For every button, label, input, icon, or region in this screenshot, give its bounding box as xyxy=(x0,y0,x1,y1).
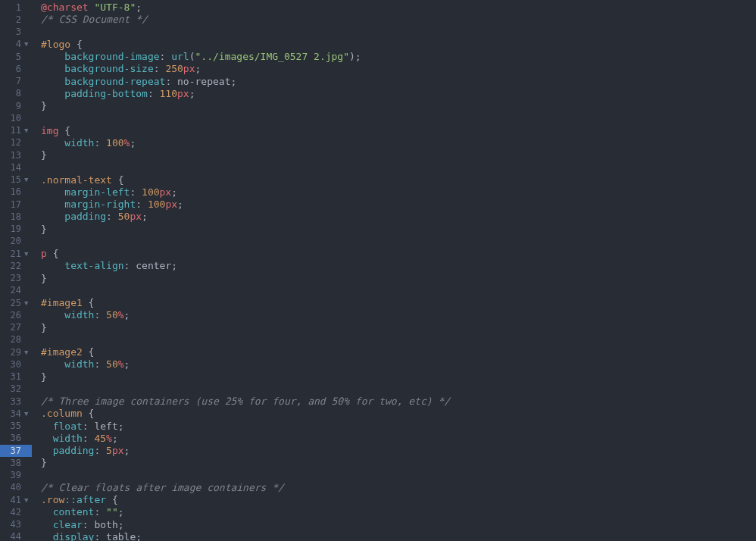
code-line[interactable]: } xyxy=(41,273,756,285)
code-line[interactable]: #image2 { xyxy=(41,346,756,358)
code-line[interactable]: p { xyxy=(41,248,756,260)
code-line[interactable]: } xyxy=(41,322,756,334)
gutter-line[interactable]: 5 xyxy=(0,51,32,63)
gutter-line[interactable]: 42 xyxy=(0,506,32,518)
fold-marker-icon[interactable]: ▼ xyxy=(24,176,30,184)
gutter-line[interactable]: 12 xyxy=(0,137,32,149)
gutter-line[interactable]: 16 xyxy=(0,186,32,199)
code-line[interactable]: .normal-text { xyxy=(41,174,756,186)
gutter-line[interactable]: 32 xyxy=(0,383,32,396)
gutter-line[interactable]: 43 xyxy=(0,519,32,531)
code-line[interactable]: background-size: 250px; xyxy=(41,63,756,75)
gutter-line[interactable]: 27 xyxy=(0,322,32,334)
code-line[interactable] xyxy=(41,236,756,248)
gutter-line[interactable]: 2 xyxy=(0,14,32,26)
code-line[interactable]: text-align: center; xyxy=(41,260,756,272)
gutter-line[interactable]: 29▼ xyxy=(0,346,32,358)
gutter-line[interactable]: 25▼ xyxy=(0,297,32,309)
gutter-line[interactable]: 18 xyxy=(0,211,32,223)
code-line[interactable] xyxy=(41,285,756,297)
gutter-line[interactable]: 4▼ xyxy=(0,39,32,51)
gutter-line[interactable]: 24 xyxy=(0,285,32,297)
code-line[interactable]: } xyxy=(41,457,756,469)
gutter-line[interactable]: 23 xyxy=(0,273,32,285)
code-line[interactable]: @charset "UTF-8"; xyxy=(41,2,756,14)
code-line[interactable]: margin-right: 100px; xyxy=(41,199,756,211)
gutter-line[interactable]: 40 xyxy=(0,482,32,494)
fold-marker-icon[interactable]: ▼ xyxy=(24,410,30,418)
gutter-line[interactable]: 44 xyxy=(0,531,32,541)
gutter-line[interactable]: 13 xyxy=(0,149,32,161)
code-line[interactable]: float: left; xyxy=(41,421,756,433)
gutter-line[interactable]: 35 xyxy=(0,421,32,433)
fold-marker-icon[interactable]: ▼ xyxy=(24,40,30,48)
code-line[interactable]: padding: 50px; xyxy=(41,211,756,223)
gutter-line[interactable]: 17 xyxy=(0,199,32,211)
code-line[interactable]: } xyxy=(41,224,756,236)
code-line[interactable]: width: 50%; xyxy=(41,309,756,321)
code-line[interactable] xyxy=(41,161,756,174)
code-editor[interactable]: 1234▼567891011▼12131415▼161718192021▼222… xyxy=(0,0,756,541)
code-line[interactable]: width: 45%; xyxy=(41,433,756,445)
code-content-area[interactable]: @charset "UTF-8"; /* CSS Document */ #lo… xyxy=(32,0,756,541)
fold-marker-icon[interactable]: ▼ xyxy=(24,127,30,135)
code-line[interactable]: /* CSS Document */ xyxy=(41,14,756,26)
code-line[interactable]: background-image: url("../images/IMG_052… xyxy=(41,51,756,63)
gutter-line[interactable]: 1 xyxy=(0,2,32,14)
code-line[interactable]: } xyxy=(41,100,756,112)
code-line[interactable]: /* Three image containers (use 25% for f… xyxy=(41,396,756,408)
code-line[interactable]: width: 100%; xyxy=(41,137,756,149)
gutter-line[interactable]: 36 xyxy=(0,433,32,445)
code-line[interactable] xyxy=(41,383,756,396)
gutter-line[interactable]: 39 xyxy=(0,470,32,482)
code-line[interactable]: .row::after { xyxy=(41,494,756,506)
gutter-line[interactable]: 15▼ xyxy=(0,174,32,186)
code-line[interactable]: padding: 5px; xyxy=(41,445,756,457)
code-line[interactable] xyxy=(41,334,756,346)
gutter-line[interactable]: 14 xyxy=(0,161,32,174)
gutter-line[interactable]: 30 xyxy=(0,358,32,371)
code-line[interactable] xyxy=(41,27,756,39)
code-line[interactable]: } xyxy=(41,371,756,383)
code-line[interactable]: /* Clear floats after image containers *… xyxy=(41,482,756,494)
code-line[interactable]: #logo { xyxy=(41,39,756,51)
gutter-line[interactable]: 34▼ xyxy=(0,408,32,420)
fold-marker-icon[interactable]: ▼ xyxy=(24,349,30,357)
gutter-line[interactable]: 21▼ xyxy=(0,248,32,260)
gutter-line[interactable]: 26 xyxy=(0,309,32,321)
code-line[interactable]: img { xyxy=(41,125,756,137)
gutter-line[interactable]: 7 xyxy=(0,76,32,88)
code-line[interactable]: clear: both; xyxy=(41,519,756,531)
gutter-line[interactable]: 22 xyxy=(0,260,32,272)
gutter-line[interactable]: 3 xyxy=(0,27,32,39)
gutter-line[interactable]: 10 xyxy=(0,112,32,124)
gutter-line[interactable]: 19 xyxy=(0,224,32,236)
code-line[interactable] xyxy=(41,470,756,482)
unit-token: % xyxy=(118,309,124,321)
code-line[interactable]: } xyxy=(41,149,756,161)
code-line[interactable]: .column { xyxy=(41,408,756,420)
line-number: 30 xyxy=(5,359,21,371)
gutter-line[interactable]: 37 xyxy=(0,445,32,457)
gutter-line[interactable]: 31 xyxy=(0,371,32,383)
gutter-line[interactable]: 8 xyxy=(0,88,32,100)
code-line[interactable]: #image1 { xyxy=(41,297,756,309)
code-line[interactable]: content: ""; xyxy=(41,506,756,518)
fold-marker-icon[interactable]: ▼ xyxy=(24,250,30,258)
gutter-line[interactable]: 41▼ xyxy=(0,494,32,506)
gutter-line[interactable]: 20 xyxy=(0,236,32,248)
code-line[interactable] xyxy=(41,112,756,124)
code-line[interactable]: margin-left: 100px; xyxy=(41,186,756,199)
gutter-line[interactable]: 6 xyxy=(0,63,32,75)
gutter-line[interactable]: 28 xyxy=(0,334,32,346)
code-line[interactable]: background-repeat: no-repeat; xyxy=(41,76,756,88)
gutter-line[interactable]: 9 xyxy=(0,100,32,112)
gutter-line[interactable]: 38 xyxy=(0,457,32,469)
code-line[interactable]: padding-bottom: 110px; xyxy=(41,88,756,100)
fold-marker-icon[interactable]: ▼ xyxy=(24,496,30,505)
gutter-line[interactable]: 11▼ xyxy=(0,125,32,137)
code-line[interactable]: width: 50%; xyxy=(41,358,756,371)
fold-marker-icon[interactable]: ▼ xyxy=(24,299,30,308)
gutter-line[interactable]: 33 xyxy=(0,396,32,408)
code-line[interactable]: display: table; xyxy=(41,531,756,541)
